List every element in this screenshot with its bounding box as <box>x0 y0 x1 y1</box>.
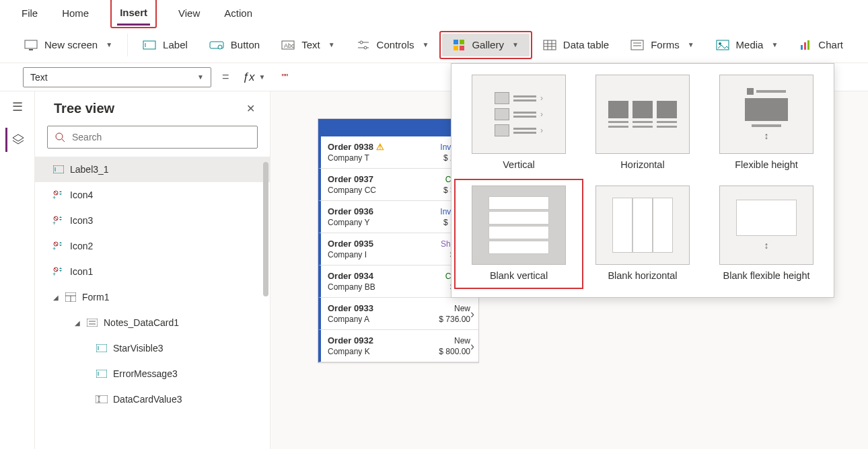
tree-item-label3-1[interactable]: Label3_1 <box>35 157 270 182</box>
gallery-option-label: Horizontal <box>620 159 664 171</box>
tree-item-label: Icon2 <box>70 241 93 251</box>
tree-item-icon2[interactable]: + Icon2 <box>35 233 270 259</box>
gallery-option-blank-horizontal[interactable]: Blank horizontal <box>581 181 704 286</box>
svg-marker-29 <box>13 134 24 141</box>
tree-item-datacardvalue3[interactable]: DataCardValue3 <box>35 386 270 412</box>
tree-item-label: Icon3 <box>70 215 93 226</box>
ribbon-gallery-label: Gallery <box>472 39 504 50</box>
ribbon-gallery-highlight: Gallery ▼ <box>439 31 532 59</box>
order-id: Order 0938 ⚠ <box>328 142 384 152</box>
svg-rect-21 <box>631 40 643 50</box>
tree-item-errormessage3[interactable]: ErrorMessage3 <box>35 361 270 386</box>
tree-item-starvisible3[interactable]: StarVisible3 <box>35 335 270 361</box>
tree-item-label: Icon1 <box>70 266 93 277</box>
svg-rect-12 <box>454 40 458 44</box>
gallery-option-blank-vertical[interactable]: Blank vertical <box>457 181 581 286</box>
caret-icon[interactable]: ◢ <box>52 294 59 301</box>
svg-rect-56 <box>96 395 108 403</box>
ribbon-media-label: Media <box>736 39 764 50</box>
thumb-blank-flexible: ↕ <box>719 186 813 265</box>
order-company: Company I <box>328 250 367 259</box>
svg-rect-16 <box>544 40 556 50</box>
order-company: Company CC <box>328 186 376 195</box>
chevron-right-icon[interactable]: › <box>470 339 474 353</box>
table-icon <box>543 40 556 50</box>
svg-text:Abc: Abc <box>284 42 295 49</box>
ribbon-gallery[interactable]: Gallery ▼ <box>442 34 529 56</box>
ribbon-controls-label: Controls <box>377 39 414 50</box>
close-icon[interactable]: ✕ <box>246 102 255 115</box>
hamburger-icon[interactable]: ☰ <box>12 99 23 114</box>
ribbon-label[interactable]: Label <box>132 34 198 56</box>
order-id: Order 0936 <box>328 206 373 216</box>
svg-rect-27 <box>804 42 806 50</box>
ribbon-text[interactable]: Abc Text ▼ <box>270 34 345 56</box>
form-icon <box>630 40 644 50</box>
ribbon-media[interactable]: Media ▼ <box>705 34 789 56</box>
chevron-down-icon: ▼ <box>258 73 265 81</box>
icon-group-icon: + <box>52 190 65 200</box>
tree-search[interactable] <box>47 126 258 149</box>
thumb-blank-vertical <box>472 186 566 265</box>
gallery-option-horizontal[interactable]: Horizontal <box>581 71 704 175</box>
svg-rect-1 <box>29 49 33 50</box>
tree-item-label: DataCardValue3 <box>113 394 182 405</box>
gallery-option-vertical[interactable]: › › › Vertical <box>457 71 581 175</box>
tree-item-icon4[interactable]: + Icon4 <box>35 182 270 208</box>
equals-sign: = <box>218 70 233 84</box>
menu-view[interactable]: View <box>176 2 203 24</box>
gallery-option-flexible[interactable]: ↕ Flexible height <box>704 71 828 175</box>
svg-rect-13 <box>460 40 464 44</box>
ribbon-label-text: Label <box>163 39 188 50</box>
menu-action[interactable]: Action <box>221 2 255 24</box>
svg-text:+: + <box>52 245 56 251</box>
gallery-option-label: Blank horizontal <box>608 270 677 282</box>
fx-button[interactable]: ƒx▼ <box>240 71 268 84</box>
divider <box>127 34 128 56</box>
left-rail: ☰ <box>0 91 35 449</box>
svg-point-25 <box>719 42 721 45</box>
order-row[interactable]: Order 0932NewCompany K$ 800.00› <box>318 330 478 362</box>
tree-item-notes-datacard1[interactable]: ◢ Notes_DataCard1 <box>35 310 270 335</box>
tree-item-icon3[interactable]: + Icon3 <box>35 208 270 233</box>
tree-item-label: Label3_1 <box>70 164 109 175</box>
property-dropdown[interactable]: Text ▼ <box>23 67 211 87</box>
svg-rect-26 <box>801 45 803 50</box>
caret-icon[interactable]: ◢ <box>74 319 81 327</box>
gallery-popover: › › › Vertical Horizontal ↕ Flexible h <box>451 63 834 298</box>
ribbon-button[interactable]: Button <box>198 34 270 56</box>
thumb-flexible: ↕ <box>719 75 813 154</box>
textinput-icon <box>96 395 108 403</box>
ribbon-forms[interactable]: Forms ▼ <box>620 34 704 56</box>
ribbon-forms-label: Forms <box>651 39 680 50</box>
svg-text:+: + <box>52 271 56 276</box>
scrollbar[interactable] <box>263 162 268 296</box>
chevron-down-icon: ▼ <box>771 41 778 48</box>
gallery-option-label: Blank flexible height <box>723 270 810 282</box>
icon-group-icon: + <box>52 267 65 276</box>
tree-item-label: ErrorMessage3 <box>113 368 178 379</box>
ribbon-datatable[interactable]: Data table <box>532 34 620 56</box>
tree-item-icon1[interactable]: + Icon1 <box>35 259 270 284</box>
order-row[interactable]: Order 0933NewCompany A$ 736.00› <box>318 298 478 330</box>
order-id: Order 0932 <box>328 335 373 345</box>
tree-item-label: Notes_DataCard1 <box>104 317 179 328</box>
gallery-option-blank-flexible[interactable]: ↕ Blank flexible height <box>704 181 828 286</box>
svg-rect-15 <box>460 46 464 50</box>
chevron-right-icon[interactable]: › <box>470 307 474 321</box>
menu-insert[interactable]: Insert <box>117 1 150 26</box>
media-icon <box>716 40 729 50</box>
ribbon-new-screen[interactable]: New screen ▼ <box>13 34 123 56</box>
tree-item-form1[interactable]: ◢ Form1 <box>35 284 270 310</box>
menu-home[interactable]: Home <box>59 2 92 24</box>
menu-file[interactable]: File <box>19 2 40 24</box>
order-amount: $ 736.00 <box>439 315 470 324</box>
ribbon-chart[interactable]: Chart <box>789 34 854 56</box>
order-amount: $ 800.00 <box>439 347 470 356</box>
svg-text:+: + <box>52 220 56 225</box>
formula-value[interactable]: "" <box>275 72 288 83</box>
text-icon: Abc <box>281 40 295 50</box>
ribbon-controls[interactable]: Controls ▼ <box>346 34 440 56</box>
tree-view-tab[interactable] <box>5 128 30 152</box>
search-input[interactable] <box>71 131 250 143</box>
